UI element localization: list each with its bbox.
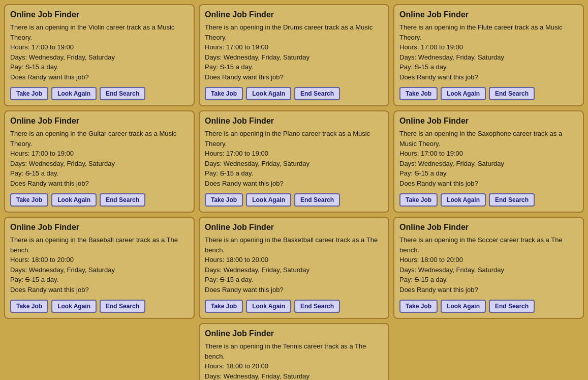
card-title-2: Online Job Finder <box>399 10 578 19</box>
look-again-button-1[interactable]: Look Again <box>246 87 291 100</box>
card-buttons-1: Take Job Look Again End Search <box>205 87 383 100</box>
card-buttons-6: Take Job Look Again End Search <box>10 300 189 313</box>
job-card-4: Online Job Finder There is an opening in… <box>199 110 389 213</box>
card-body-0: There is an opening in the Violin career… <box>10 22 189 82</box>
job-card-1: Online Job Finder There is an opening in… <box>199 4 389 106</box>
look-again-button-6[interactable]: Look Again <box>51 300 97 313</box>
card-body-4: There is an opening in the Piano career … <box>205 129 383 188</box>
end-search-button-2[interactable]: End Search <box>489 87 535 100</box>
card-body-6: There is an opening in the Baseball care… <box>10 235 189 295</box>
take-job-button-2[interactable]: Take Job <box>399 87 438 100</box>
card-title-8: Online Job Finder <box>399 223 578 232</box>
take-job-button-0[interactable]: Take Job <box>10 87 48 100</box>
card-title-4: Online Job Finder <box>205 116 383 126</box>
end-search-button-4[interactable]: End Search <box>294 193 340 207</box>
card-buttons-0: Take Job Look Again End Search <box>10 87 189 100</box>
job-card-7: Online Job Finder There is an opening in… <box>199 217 389 319</box>
card-title-1: Online Job Finder <box>205 10 383 19</box>
take-job-button-1[interactable]: Take Job <box>205 87 243 100</box>
take-job-button-6[interactable]: Take Job <box>10 300 48 313</box>
card-buttons-7: Take Job Look Again End Search <box>205 300 383 313</box>
look-again-button-8[interactable]: Look Again <box>441 300 486 313</box>
card-title-6: Online Job Finder <box>10 223 189 232</box>
look-again-button-0[interactable]: Look Again <box>51 87 97 100</box>
card-buttons-2: Take Job Look Again End Search <box>399 87 578 100</box>
card-title-0: Online Job Finder <box>10 10 189 19</box>
card-buttons-3: Take Job Look Again End Search <box>10 193 189 207</box>
look-again-button-4[interactable]: Look Again <box>246 193 291 207</box>
take-job-button-4[interactable]: Take Job <box>205 193 243 207</box>
take-job-button-5[interactable]: Take Job <box>399 193 438 207</box>
card-title-5: Online Job Finder <box>399 116 578 126</box>
end-search-button-6[interactable]: End Search <box>100 300 145 313</box>
job-card-3: Online Job Finder There is an opening in… <box>4 110 195 213</box>
job-card-8: Online Job Finder There is an opening in… <box>393 217 584 319</box>
card-body-7: There is an opening in the Basketball ca… <box>205 235 383 295</box>
card-body-3: There is an opening in the Guitar career… <box>10 129 189 188</box>
look-again-button-7[interactable]: Look Again <box>246 300 291 313</box>
card-buttons-4: Take Job Look Again End Search <box>205 193 383 207</box>
job-card-2: Online Job Finder There is an opening in… <box>393 4 584 106</box>
end-search-button-7[interactable]: End Search <box>294 300 340 313</box>
card-body-1: There is an opening in the Drums career … <box>205 22 383 82</box>
end-search-button-5[interactable]: End Search <box>489 193 535 207</box>
card-title-9: Online Job Finder <box>205 329 383 338</box>
look-again-button-3[interactable]: Look Again <box>51 193 97 207</box>
card-title-7: Online Job Finder <box>205 223 383 232</box>
card-buttons-5: Take Job Look Again End Search <box>399 193 578 207</box>
card-body-2: There is an opening in the Flute career … <box>399 22 578 82</box>
look-again-button-2[interactable]: Look Again <box>441 87 486 100</box>
look-again-button-5[interactable]: Look Again <box>441 193 486 207</box>
job-card-0: Online Job Finder There is an opening in… <box>4 4 195 106</box>
take-job-button-8[interactable]: Take Job <box>399 300 438 313</box>
job-card-6: Online Job Finder There is an opening in… <box>4 217 195 319</box>
end-search-button-3[interactable]: End Search <box>100 193 145 207</box>
take-job-button-3[interactable]: Take Job <box>10 193 48 207</box>
card-buttons-8: Take Job Look Again End Search <box>399 300 578 313</box>
job-card-5: Online Job Finder There is an opening in… <box>393 110 584 213</box>
card-title-3: Online Job Finder <box>10 116 189 126</box>
card-body-5: There is an opening in the Saxophone car… <box>399 129 578 188</box>
take-job-button-7[interactable]: Take Job <box>205 300 243 313</box>
card-body-8: There is an opening in the Soccer career… <box>399 235 578 295</box>
end-search-button-0[interactable]: End Search <box>100 87 145 100</box>
end-search-button-1[interactable]: End Search <box>294 87 340 100</box>
end-search-button-8[interactable]: End Search <box>489 300 535 313</box>
card-body-9: There is an opening in the Tennis career… <box>205 341 383 380</box>
job-card-9: Online Job Finder There is an opening in… <box>199 323 389 380</box>
